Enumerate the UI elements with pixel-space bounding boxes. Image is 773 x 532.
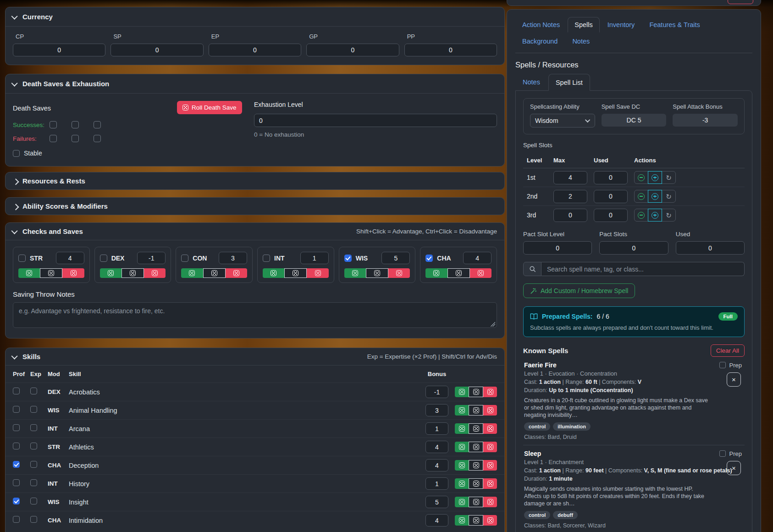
spell-search-input[interactable] xyxy=(541,262,745,276)
save-mod-input[interactable] xyxy=(463,252,491,264)
roll-disadvantage-button[interactable] xyxy=(483,405,497,416)
roll-normal-button[interactable] xyxy=(40,268,62,278)
remove-spell-button[interactable]: × xyxy=(727,372,741,387)
slot-used-input[interactable] xyxy=(594,209,628,222)
roll-normal-button[interactable] xyxy=(121,268,144,278)
prep-checkbox[interactable] xyxy=(719,450,726,457)
add-custom-spell-button[interactable]: Add Custom / Homebrew Spell xyxy=(523,283,635,298)
stable-checkbox[interactable] xyxy=(13,150,20,157)
roll-advantage-button[interactable] xyxy=(455,442,469,452)
roll-disadvantage-button[interactable] xyxy=(483,387,497,397)
prof-checkbox[interactable] xyxy=(13,443,20,449)
roll-normal-button[interactable] xyxy=(469,387,483,397)
saving-throw-notes-textarea[interactable] xyxy=(13,302,497,328)
prof-checkbox[interactable] xyxy=(13,406,20,413)
roll-normal-button[interactable] xyxy=(469,423,483,434)
currency-section-header[interactable]: Currency xyxy=(6,7,504,27)
save-mod-input[interactable] xyxy=(56,252,84,264)
roll-disadvantage-button[interactable] xyxy=(144,268,166,278)
roll-disadvantage-button[interactable] xyxy=(483,497,497,507)
slot-reset-button[interactable]: ↻ xyxy=(662,209,676,222)
tab-inventory[interactable]: Inventory xyxy=(601,17,642,33)
skill-bonus-input[interactable] xyxy=(425,477,448,490)
roll-advantage-button[interactable] xyxy=(455,423,469,434)
checks-saves-header[interactable]: Checks and Saves Shift+Click = Advantage… xyxy=(6,223,504,240)
roll-advantage-button[interactable] xyxy=(455,460,469,471)
prof-checkbox[interactable] xyxy=(13,498,20,504)
save-mod-input[interactable] xyxy=(300,252,329,264)
exp-checkbox[interactable] xyxy=(30,461,37,468)
exp-checkbox[interactable] xyxy=(30,498,37,504)
prep-toggle[interactable]: Prep xyxy=(719,450,744,457)
slot-reset-button[interactable]: ↻ xyxy=(662,190,676,203)
top-red-button[interactable] xyxy=(728,0,753,4)
roll-disadvantage-button[interactable] xyxy=(483,423,497,434)
slot-max-input[interactable] xyxy=(553,190,587,203)
slot-max-input[interactable] xyxy=(553,209,587,222)
roll-advantage-button[interactable] xyxy=(455,478,469,489)
subtab-spell-list[interactable]: Spell List xyxy=(548,74,590,91)
tab-notes[interactable]: Notes xyxy=(565,33,596,49)
save-prof-checkbox[interactable] xyxy=(181,255,188,262)
save-mod-input[interactable] xyxy=(381,252,410,264)
roll-normal-button[interactable] xyxy=(469,442,483,452)
roll-normal-button[interactable] xyxy=(284,268,307,278)
roll-normal-button[interactable] xyxy=(203,268,226,278)
exp-checkbox[interactable] xyxy=(30,479,37,486)
tab-action-notes[interactable]: Action Notes xyxy=(515,17,567,33)
tab-features-traits[interactable]: Features & Traits xyxy=(642,17,707,33)
skill-bonus-input[interactable] xyxy=(425,514,448,526)
success-checkbox-2[interactable] xyxy=(72,121,79,128)
save-mod-input[interactable] xyxy=(137,252,166,264)
roll-normal-button[interactable] xyxy=(447,268,470,278)
roll-advantage-button[interactable] xyxy=(344,268,366,278)
slot-increment-button[interactable] xyxy=(648,209,662,222)
sp-input[interactable] xyxy=(110,44,203,56)
subtab-notes[interactable]: Notes xyxy=(515,74,547,90)
save-mod-input[interactable] xyxy=(219,252,247,264)
slot-decrement-button[interactable] xyxy=(634,171,648,184)
exp-checkbox[interactable] xyxy=(30,443,37,449)
roll-advantage-button[interactable] xyxy=(263,268,284,278)
ep-input[interactable] xyxy=(209,44,301,56)
resources-rests-header[interactable]: Resources & Rests xyxy=(6,172,504,189)
exp-checkbox[interactable] xyxy=(30,406,37,413)
roll-disadvantage-button[interactable] xyxy=(388,268,410,278)
tab-spells[interactable]: Spells xyxy=(568,17,600,33)
slot-increment-button[interactable] xyxy=(648,171,662,184)
slot-used-input[interactable] xyxy=(594,171,628,184)
roll-advantage-button[interactable] xyxy=(455,515,469,526)
pact-slot-level-input[interactable] xyxy=(523,241,592,255)
save-prof-checkbox[interactable] xyxy=(263,255,270,262)
roll-normal-button[interactable] xyxy=(366,268,388,278)
ability-scores-header[interactable]: Ability Scores & Modifiers xyxy=(6,198,504,215)
save-prof-checkbox[interactable] xyxy=(344,255,352,262)
roll-disadvantage-button[interactable] xyxy=(483,460,497,471)
roll-normal-button[interactable] xyxy=(469,478,483,489)
success-checkbox-3[interactable] xyxy=(94,121,101,128)
roll-disadvantage-button[interactable] xyxy=(483,442,497,452)
pp-input[interactable] xyxy=(404,44,497,56)
save-prof-checkbox[interactable] xyxy=(425,255,433,262)
exp-checkbox[interactable] xyxy=(30,424,37,431)
roll-advantage-button[interactable] xyxy=(455,387,469,397)
roll-death-save-button[interactable]: Roll Death Save xyxy=(177,101,242,114)
prof-checkbox[interactable] xyxy=(13,388,20,394)
cp-input[interactable] xyxy=(13,44,105,56)
roll-normal-button[interactable] xyxy=(469,405,483,416)
remove-spell-button[interactable]: × xyxy=(727,461,741,475)
skills-header[interactable]: Skills Exp = Expertise (×2 Prof) | Shift… xyxy=(6,348,504,366)
roll-disadvantage-button[interactable] xyxy=(483,515,497,526)
roll-normal-button[interactable] xyxy=(469,460,483,471)
prof-checkbox[interactable] xyxy=(13,516,20,523)
roll-normal-button[interactable] xyxy=(469,497,483,507)
slot-max-input[interactable] xyxy=(553,171,587,184)
save-prof-checkbox[interactable] xyxy=(100,255,107,262)
roll-disadvantage-button[interactable] xyxy=(226,268,247,278)
roll-advantage-button[interactable] xyxy=(100,268,121,278)
prep-checkbox[interactable] xyxy=(719,362,726,368)
spellcasting-ability-select[interactable]: Wisdom xyxy=(530,114,595,127)
death-saves-section-header[interactable]: Death Saves & Exhaustion xyxy=(6,74,504,94)
roll-advantage-button[interactable] xyxy=(181,268,203,278)
roll-advantage-button[interactable] xyxy=(18,268,40,278)
